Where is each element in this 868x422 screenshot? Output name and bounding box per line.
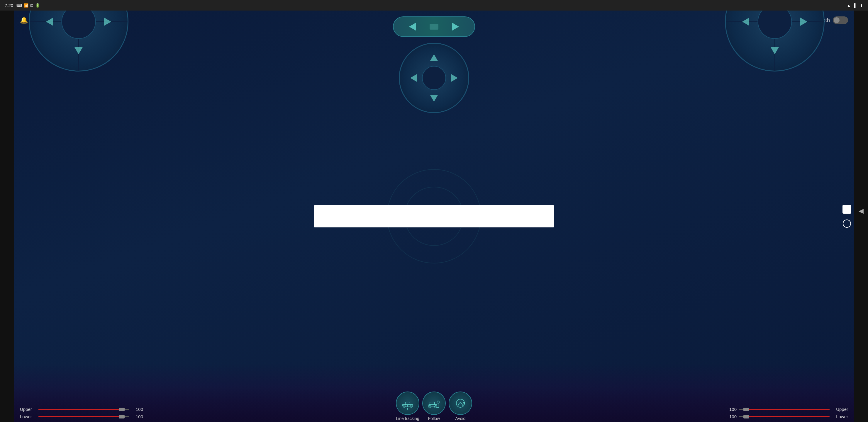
white-overlay-bar xyxy=(314,205,434,211)
left-dpad-right[interactable] xyxy=(95,10,120,36)
left-dpad-down[interactable] xyxy=(64,38,93,63)
center-dpad-up[interactable] xyxy=(424,49,434,67)
wifi-icon: 📶 xyxy=(24,3,28,8)
center-controls xyxy=(393,17,434,113)
main-area: 🔔 LED Bluetooth xyxy=(14,10,434,211)
pill-left-btn[interactable] xyxy=(409,23,416,31)
bg-decoration xyxy=(375,158,434,211)
battery-icon: 🔋 xyxy=(35,3,40,8)
status-bar: 7:20 ⌨ 📶 ⊡ 🔋 ▲ ▌ ▮ xyxy=(0,0,434,10)
center-dpad-down[interactable] xyxy=(424,90,434,107)
pill-center xyxy=(430,24,434,30)
pill-control xyxy=(393,17,434,37)
center-dpad-circle xyxy=(399,43,434,113)
left-dpad xyxy=(29,10,128,71)
left-dpad-circle xyxy=(29,10,128,71)
left-nav-handle xyxy=(0,0,14,211)
left-dpad-center xyxy=(62,10,96,39)
keyboard-icon: ⌨ xyxy=(17,3,22,8)
center-dpad-center xyxy=(422,66,434,90)
cast-icon: ⊡ xyxy=(30,3,33,8)
led-icon: 🔔 xyxy=(20,17,28,24)
svg-point-0 xyxy=(387,169,434,211)
left-dpad-left[interactable] xyxy=(37,10,62,36)
center-dpad-left[interactable] xyxy=(405,68,423,88)
status-time: 7:20 xyxy=(5,3,13,8)
